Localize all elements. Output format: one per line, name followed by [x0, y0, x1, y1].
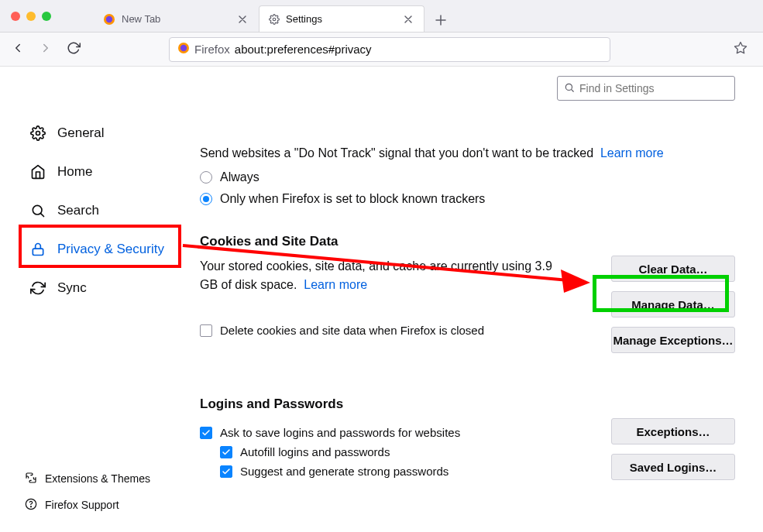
- minimize-window-button[interactable]: [26, 12, 36, 21]
- svg-point-1: [106, 15, 112, 22]
- ask-save-logins-checkbox[interactable]: Ask to save logins and passwords for web…: [200, 426, 593, 439]
- checkbox-label: Autofill logins and passwords: [240, 445, 390, 458]
- manage-data-button[interactable]: Manage Data…: [611, 291, 735, 317]
- svg-line-8: [41, 214, 44, 217]
- gear-icon: [269, 14, 280, 25]
- settings-sidebar: General Home Search Privacy & Security S…: [0, 67, 194, 532]
- reload-button[interactable]: [67, 41, 81, 57]
- sidebar-bottom-label: Extensions & Themes: [45, 472, 150, 485]
- cookies-heading: Cookies and Site Data: [200, 234, 735, 249]
- checkbox-label: Ask to save logins and passwords for web…: [220, 426, 460, 439]
- url-bar[interactable]: Firefox about:preferences#privacy: [169, 37, 610, 62]
- dnt-radio-only-when-blocking[interactable]: Only when Firefox is set to block known …: [200, 192, 735, 206]
- logins-heading: Logins and Passwords: [200, 396, 735, 412]
- tab-label: Settings: [286, 13, 396, 25]
- suggest-passwords-checkbox[interactable]: Suggest and generate strong passwords: [220, 465, 593, 478]
- tab-settings[interactable]: Settings: [259, 5, 424, 32]
- radio-icon: [200, 193, 212, 205]
- sync-icon: [29, 280, 46, 297]
- checkbox-label: Delete cookies and site data when Firefo…: [220, 324, 484, 337]
- sidebar-item-general[interactable]: General: [25, 117, 186, 149]
- tab-new-tab[interactable]: New Tab: [93, 5, 259, 32]
- svg-rect-9: [33, 249, 43, 255]
- gear-icon: [29, 125, 46, 142]
- svg-point-2: [273, 18, 276, 21]
- sidebar-item-extensions-themes[interactable]: Extensions & Themes: [25, 467, 186, 490]
- sidebar-item-label: Privacy & Security: [57, 242, 164, 257]
- firefox-icon: [103, 13, 115, 26]
- radio-label: Always: [220, 170, 259, 184]
- tab-strip: New Tab Settings: [93, 0, 452, 32]
- close-tab-icon[interactable]: [236, 13, 249, 26]
- window-controls: [0, 12, 62, 21]
- sidebar-item-label: General: [57, 125, 104, 141]
- find-in-settings-input[interactable]: [579, 82, 728, 94]
- search-icon: [29, 202, 46, 219]
- svg-line-13: [572, 89, 574, 91]
- urlbar-identity: Firefox: [194, 43, 230, 56]
- saved-logins-button[interactable]: Saved Logins…: [611, 454, 735, 480]
- svg-point-7: [33, 205, 42, 215]
- search-icon: [564, 82, 575, 95]
- clear-data-button[interactable]: Clear Data…: [611, 256, 735, 282]
- back-button[interactable]: [11, 41, 25, 57]
- checkbox-icon: [220, 446, 232, 458]
- firefox-icon: [177, 42, 190, 57]
- checkbox-icon: [200, 324, 212, 337]
- sidebar-item-label: Search: [57, 203, 99, 218]
- new-tab-button[interactable]: [429, 9, 452, 32]
- svg-point-4: [180, 45, 187, 51]
- lock-icon: [29, 241, 46, 258]
- sidebar-item-search[interactable]: Search: [25, 194, 186, 227]
- checkbox-icon: [200, 427, 212, 439]
- delete-on-close-checkbox[interactable]: Delete cookies and site data when Firefo…: [200, 324, 593, 337]
- svg-marker-5: [735, 43, 747, 53]
- cookies-usage-text: Your stored cookies, site data, and cach…: [200, 259, 552, 291]
- radio-icon: [200, 171, 212, 184]
- tab-label: New Tab: [122, 13, 230, 25]
- maximize-window-button[interactable]: [42, 12, 51, 21]
- sidebar-item-label: Sync: [57, 280, 87, 296]
- cookies-learn-more-link[interactable]: Learn more: [304, 278, 367, 291]
- puzzle-icon: [25, 472, 37, 486]
- sidebar-item-home[interactable]: Home: [25, 156, 186, 188]
- svg-point-12: [565, 84, 572, 90]
- sidebar-bottom-label: Firefox Support: [45, 499, 119, 511]
- checkbox-label: Suggest and generate strong passwords: [240, 465, 449, 478]
- manage-exceptions-button[interactable]: Manage Exceptions…: [611, 327, 735, 353]
- urlbar-address: about:preferences#privacy: [235, 43, 372, 56]
- svg-point-11: [30, 506, 31, 506]
- radio-label: Only when Firefox is set to block known …: [220, 192, 485, 206]
- sidebar-item-label: Home: [57, 164, 92, 180]
- settings-main: Send websites a "Do Not Track" signal th…: [194, 67, 763, 532]
- close-window-button[interactable]: [11, 12, 20, 21]
- checkbox-icon: [220, 465, 232, 478]
- sidebar-item-privacy-security[interactable]: Privacy & Security: [25, 233, 186, 266]
- autofill-logins-checkbox[interactable]: Autofill logins and passwords: [220, 445, 593, 458]
- home-icon: [29, 163, 46, 180]
- find-in-settings[interactable]: [557, 76, 735, 101]
- svg-point-6: [36, 132, 40, 136]
- sidebar-item-firefox-support[interactable]: Firefox Support: [25, 493, 186, 517]
- forward-button[interactable]: [39, 41, 53, 57]
- dnt-learn-more-link[interactable]: Learn more: [600, 146, 664, 160]
- dnt-radio-always[interactable]: Always: [200, 170, 735, 184]
- bookmark-star-icon[interactable]: [734, 41, 752, 57]
- toolbar: Firefox about:preferences#privacy: [0, 33, 763, 67]
- logins-exceptions-button[interactable]: Exceptions…: [611, 418, 735, 444]
- close-tab-icon[interactable]: [402, 13, 414, 26]
- sidebar-item-sync[interactable]: Sync: [25, 272, 186, 304]
- dnt-description: Send websites a "Do Not Track" signal th…: [200, 146, 593, 160]
- titlebar: New Tab Settings: [0, 0, 763, 33]
- help-icon: [25, 498, 37, 513]
